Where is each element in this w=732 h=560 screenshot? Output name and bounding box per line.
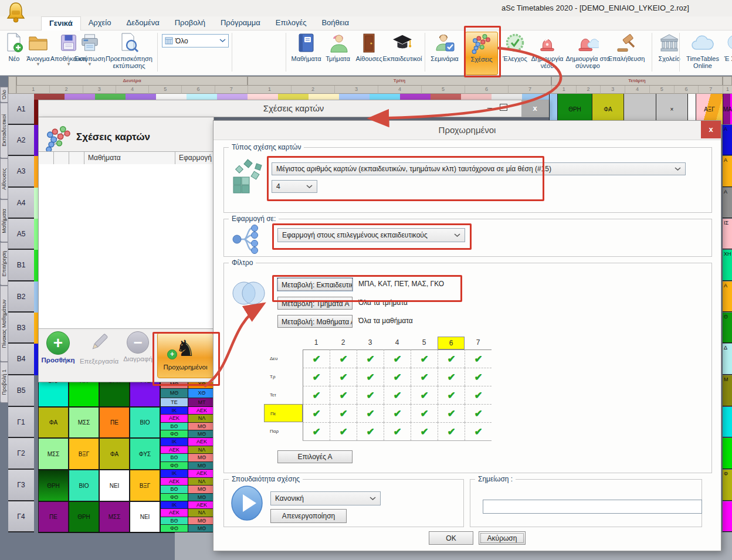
timetable-cell[interactable]: ΝΕΙ — [99, 470, 130, 501]
menu-tab-Βοήθεια[interactable]: Βοήθεια — [314, 16, 357, 30]
timetable-cell[interactable]: ΜΘ — [188, 517, 215, 525]
ribbon-item-subjects-book[interactable]: Μαθήματα — [288, 32, 324, 74]
cancel-button[interactable]: Ακύρωση — [479, 531, 526, 545]
maximize-icon[interactable] — [500, 104, 507, 111]
timetable-cell[interactable]: ΜΘ — [188, 494, 215, 502]
toolbar-edit-pencil[interactable]: Επεξεργασία — [77, 331, 121, 365]
timetable-cell[interactable]: ΝΛ — [188, 509, 215, 517]
grid-check-cell[interactable]: ✔ — [411, 386, 438, 404]
timetable-cell[interactable]: ΙΚ — [161, 470, 188, 478]
grid-check-cell[interactable]: ✔ — [330, 422, 357, 440]
grid-check-cell[interactable]: ✔ — [465, 422, 492, 440]
timetable-cell[interactable]: ΜΘ — [188, 423, 215, 430]
grid-check-cell[interactable]: ✔ — [357, 349, 384, 368]
grid-check-cell[interactable]: ✔ — [465, 349, 492, 368]
timetable-cell[interactable]: ΑΕΚ — [161, 415, 188, 422]
view-tab-Προβολή 1[interactable]: Προβολή 1 — [0, 362, 8, 403]
grid-check-cell[interactable]: ✔ — [465, 368, 492, 386]
timetable-cell[interactable]: ΜΘ — [188, 525, 215, 532]
grid-check-cell[interactable]: ✔ — [384, 422, 411, 440]
grid-check-cell[interactable]: ✔ — [330, 368, 357, 386]
grid-check-cell[interactable]: ✔ — [303, 404, 330, 422]
timetable-cell-clipped[interactable]: Α — [723, 281, 732, 312]
view-tab-Πίνακας Μαθημάτων[interactable]: Πίνακας Μαθημάτων — [0, 286, 8, 362]
menu-tab-Προβολή[interactable]: Προβολή — [167, 16, 213, 30]
timetable-cell[interactable]: ΜΘ — [161, 389, 188, 398]
timetable-cell[interactable]: ΦΑ — [99, 438, 130, 470]
ribbon-item-cloud[interactable]: TimeTables Online — [681, 32, 724, 74]
row-header-Γ4[interactable]: Γ4 — [8, 501, 34, 532]
timetable-cell[interactable]: ΦΑ — [38, 407, 69, 438]
row-header-A3[interactable]: A3 — [8, 156, 34, 188]
grid-check-cell[interactable]: ✔ — [438, 386, 465, 404]
timetable-cell[interactable]: ΤΕ — [161, 398, 188, 407]
timetable-cell[interactable]: ΦΘ — [161, 462, 188, 470]
row-header-B5[interactable]: B5 — [8, 375, 34, 407]
disable-button[interactable]: Απενεργοποίηση — [270, 509, 347, 523]
view-tab-Εκπαιδευτικοί[interactable]: Εκπαιδευτικοί — [0, 103, 8, 158]
grid-check-cell[interactable]: ✔ — [384, 368, 411, 386]
grid-check-cell[interactable]: ✔ — [465, 386, 492, 404]
view-tab-Όλο[interactable]: Όλο — [0, 87, 8, 103]
timetable-cell-clipped[interactable]: Α — [723, 188, 732, 218]
ribbon-item-school-building[interactable]: Σχολείο — [654, 32, 684, 74]
ribbon-item-new-document[interactable]: Νέο — [4, 32, 25, 74]
ribbon-item-generate-cloud-siren[interactable]: Δημιουργία στο σύννεφο — [564, 32, 611, 74]
ribbon-item-check-seal[interactable]: Έλεγχος — [498, 32, 532, 74]
grid-check-cell[interactable]: ✔ — [330, 386, 357, 404]
menu-tab-Επιλογές[interactable]: Επιλογές — [268, 16, 314, 30]
filter-change-button-2[interactable]: Μεταβολή: Μαθήματα Α — [277, 315, 353, 328]
timetable-cell[interactable]: ΑΕΚ — [161, 509, 188, 517]
row-header-A1[interactable]: A1 — [8, 94, 34, 125]
timetable-cell-clipped[interactable]: ΧΗ — [723, 250, 732, 281]
grid-check-cell[interactable]: ✔ — [438, 422, 465, 440]
row-header-A4[interactable]: A4 — [8, 188, 34, 219]
toolbar-add-plus[interactable]: +Προσθήκη — [39, 331, 77, 364]
importance-select[interactable]: Κανονική — [270, 491, 381, 505]
timetable-cell[interactable]: ΝΛ — [188, 478, 215, 486]
timetable-cell[interactable]: ΒΘ — [161, 486, 188, 494]
timetable-cell[interactable]: ΑΕΚ — [161, 478, 188, 486]
grid-check-cell[interactable]: ✔ — [384, 349, 411, 368]
grid-check-cell[interactable]: ✔ — [438, 404, 465, 422]
filter-change-button-1[interactable]: Μεταβολή: Τμήματα Α — [277, 297, 353, 310]
grid-check-cell[interactable]: ✔ — [357, 404, 384, 422]
menu-tab-Αρχείο[interactable]: Αρχείο — [81, 16, 119, 30]
timetable-cell-clipped[interactable]: Φ — [723, 470, 732, 501]
advanced-button[interactable]: ♞+Προχωρημένοι — [157, 332, 214, 378]
row-header-A5[interactable]: A5 — [8, 219, 34, 250]
grid-check-cell[interactable]: ✔ — [384, 386, 411, 404]
timetable-cell[interactable]: ΜΘ — [188, 430, 215, 438]
row-header-Γ1[interactable]: Γ1 — [8, 407, 34, 438]
grid-check-cell[interactable]: ✔ — [438, 368, 465, 386]
row-header-Γ2[interactable]: Γ2 — [8, 438, 34, 470]
relation-type-select[interactable]: Μέγιστος αριθμός καρτών (εκπαιδευτικών, … — [272, 162, 686, 175]
ribbon-item-teachers-cap[interactable]: Εκπαιδευτικοί — [378, 32, 426, 74]
timetable-cell[interactable]: ΠΕ — [38, 501, 69, 532]
note-input[interactable] — [483, 500, 702, 514]
ribbon-item-print-preview[interactable]: Προεπισκόπηση εκτύπωσης — [102, 32, 156, 74]
timetable-cell[interactable]: ΑΕΚ — [188, 501, 215, 509]
count-select[interactable]: 4 — [272, 180, 317, 193]
view-tab-Μαθήματα[interactable]: Μαθήματα — [0, 199, 8, 242]
timetable-cell[interactable]: ΠΕ — [99, 407, 130, 438]
grid-check-cell[interactable]: ✔ — [411, 368, 438, 386]
grid-check-cell[interactable]: ✔ — [303, 349, 330, 368]
timetable-cell[interactable]: ΒΙΟ — [38, 380, 69, 407]
timetable-cell-clipped[interactable] — [723, 438, 732, 469]
timetable-cell[interactable]: ΜΣΣ — [38, 438, 69, 470]
row-header-B1[interactable]: B1 — [8, 250, 34, 281]
grid-check-cell[interactable]: ✔ — [303, 386, 330, 404]
ribbon-item-generate-siren[interactable]: Δημιουργία νέου — [528, 32, 566, 74]
grid-check-cell[interactable]: ✔ — [303, 368, 330, 386]
grid-check-cell[interactable]: ✔ — [411, 404, 438, 422]
timetable-cell-clipped[interactable]: Μ — [723, 375, 732, 406]
advanced-dialog-titlebar[interactable]: Προχωρημένοι x — [214, 121, 721, 140]
timetable-cell[interactable]: ΝΕΙ — [130, 501, 160, 532]
timetable-cell[interactable]: ΜΣΣ — [99, 501, 130, 532]
timetable-cell[interactable]: ΦΥΣ — [130, 380, 160, 407]
filter-change-button-0[interactable]: Μεταβολή: Εκπαιδευτικοί Α — [277, 278, 353, 291]
row-header-B2[interactable]: B2 — [8, 281, 34, 313]
timetable-cell[interactable]: ΜΑ — [723, 94, 732, 124]
ribbon-item-clipped[interactable]: Έ Σχ — [724, 32, 732, 74]
